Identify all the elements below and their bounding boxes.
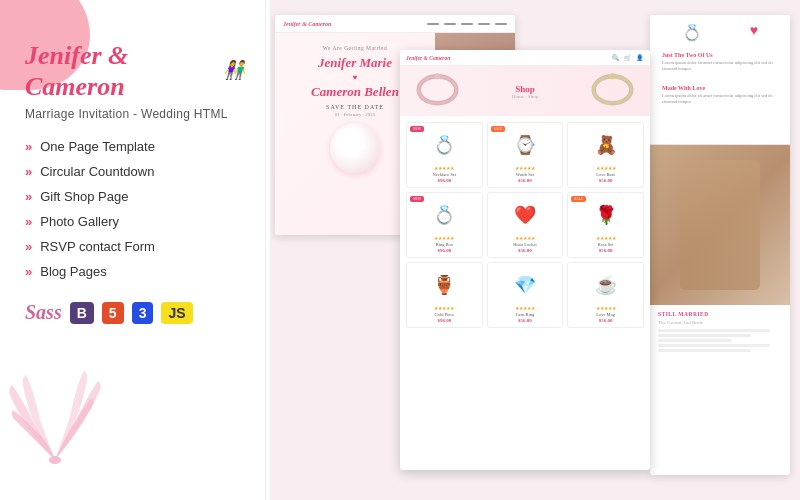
sc3-text-lines: [658, 329, 782, 352]
sass-badge: Sass: [25, 301, 62, 324]
product-price-8: $56.00: [492, 318, 559, 323]
product-stars: ★★★★★: [572, 165, 639, 171]
shop-title: Shop: [512, 84, 538, 94]
product-image-8: 💎: [492, 267, 559, 303]
badge-new: NEW: [410, 196, 424, 202]
sc1-nav-link: [427, 23, 439, 25]
sc3-couple-photo: [650, 145, 790, 305]
sc2-hero-text: Shop Home · Shop: [512, 84, 538, 99]
text-line: [658, 329, 770, 332]
product-name-1: Necklace Set: [411, 172, 478, 177]
panel-divider: [265, 0, 266, 500]
sc3-text-block-2: Made With Love Lorem ipsum dolor sit ame…: [658, 81, 782, 110]
cart-icon: 🛒: [624, 54, 632, 62]
product-stars: ★★★★★: [492, 235, 559, 241]
palm-leaf-decoration: [0, 330, 115, 480]
product-price-1: $96.00: [411, 178, 478, 183]
feature-item-4: » Photo Gallery: [25, 214, 245, 229]
product-price-2: $56.00: [492, 178, 559, 183]
product-price-3: $56.00: [572, 178, 639, 183]
product-name-7: Gold Piece: [411, 312, 478, 317]
product-stars: ★★★★★: [572, 235, 639, 241]
search-icon: 🔍: [612, 54, 620, 62]
sc3-section-title-2: Made With Love: [662, 85, 778, 91]
brand-name: Jenifer & Cameron: [25, 40, 217, 102]
ring-icon: 💍: [682, 23, 702, 42]
product-image-9: ☕: [572, 267, 639, 303]
brand-logo: Jenifer & Cameron 👫: [25, 40, 245, 102]
product-image-7: 🏺: [411, 267, 478, 303]
svg-point-2: [419, 76, 457, 103]
chevron-icon: »: [25, 164, 32, 179]
couple-figure: [680, 160, 760, 290]
feature-label: Circular Countdown: [40, 164, 154, 179]
couple-icon: 👫: [223, 60, 245, 82]
sc1-brand: Jenifer & Cameron: [283, 21, 331, 27]
feature-label: One Page Template: [40, 139, 155, 154]
brand-tagline: Marriage Invitation - Wedding HTML: [25, 107, 245, 121]
product-price-7: $96.00: [411, 318, 478, 323]
product-image-5: ❤️: [492, 197, 559, 233]
js-badge: JS: [161, 302, 192, 324]
product-item-1: NEW 💍 ★★★★★ Necklace Set $96.00: [406, 122, 483, 188]
sc1-nav-link: [495, 23, 507, 25]
badge-new: NEW: [410, 126, 424, 132]
svg-point-6: [610, 73, 616, 79]
bootstrap-badge: B: [70, 302, 94, 324]
sc3-groom-bride: The Groom And Bride: [658, 320, 782, 325]
product-item-6: SALE 🌹 ★★★★★ Rose Set $56.00: [567, 192, 644, 258]
product-stars: ★★★★★: [411, 235, 478, 241]
rose-decoration: [330, 123, 380, 173]
products-grid: NEW 💍 ★★★★★ Necklace Set $96.00 SALE ⌚ ★…: [400, 116, 650, 334]
sc1-nav-link: [444, 23, 456, 25]
product-price-5: $56.00: [492, 248, 559, 253]
sc3-bottom-section: STILL MARRIED The Groom And Bride: [650, 305, 790, 358]
product-price-6: $56.00: [572, 248, 639, 253]
html5-badge: 5: [102, 302, 124, 324]
sc3-section-title: Just The Two Of Us: [662, 52, 778, 58]
text-line: [658, 349, 751, 352]
sc3-photo-inner: [650, 145, 790, 305]
feature-label: Gift Shop Page: [40, 189, 128, 204]
sc3-text-block: Just The Two Of Us Lorem ipsum dolor sit…: [658, 48, 782, 77]
product-item-8: 💎 ★★★★★ Gem Ring $56.00: [487, 262, 564, 328]
feature-item-5: » RSVP contact Form: [25, 239, 245, 254]
product-price-9: $56.00: [572, 318, 639, 323]
product-item-7: 🏺 ★★★★★ Gold Piece $96.00: [406, 262, 483, 328]
product-name-8: Gem Ring: [492, 312, 559, 317]
feature-label: Photo Gallery: [40, 214, 119, 229]
product-image-6: 🌹: [572, 197, 639, 233]
feature-label: Blog Pages: [40, 264, 107, 279]
product-item-9: ☕ ★★★★★ Love Mug $56.00: [567, 262, 644, 328]
chevron-icon: »: [25, 189, 32, 204]
product-name-5: Heart Locket: [492, 242, 559, 247]
sc2-navbar: Jenifer & Cameron 🔍 🛒 👤: [400, 50, 650, 66]
product-stars: ★★★★★: [411, 165, 478, 171]
screenshot-shop: Jenifer & Cameron 🔍 🛒 👤: [400, 50, 650, 470]
product-name-2: Watch Set: [492, 172, 559, 177]
text-line: [658, 334, 751, 337]
right-panel: Jenifer & Cameron We Are Getting Married…: [265, 0, 800, 500]
product-image-2: ⌚: [492, 127, 559, 163]
sc1-nav-links: [427, 23, 507, 25]
sc2-hero: Shop Home · Shop: [400, 66, 650, 116]
heart-icon: ♥: [750, 23, 758, 42]
product-name-4: Ring Box: [411, 242, 478, 247]
sc3-ring-icons: 💍 ♥: [658, 23, 782, 42]
feature-item-3: » Gift Shop Page: [25, 189, 245, 204]
product-image-3: 🧸: [572, 127, 639, 163]
logo-area: Jenifer & Cameron 👫 Marriage Invitation …: [25, 40, 245, 121]
sc3-section-body-2: Lorem ipsum dolor sit amet consectetur a…: [662, 93, 778, 106]
product-item-2: SALE ⌚ ★★★★★ Watch Set $56.00: [487, 122, 564, 188]
product-stars: ★★★★★: [411, 305, 478, 311]
product-stars: ★★★★★: [492, 305, 559, 311]
svg-point-3: [435, 73, 441, 79]
sc3-bottom-title: STILL MARRIED: [658, 311, 782, 317]
ring-right-decoration: [590, 71, 635, 111]
product-item-3: 🧸 ★★★★★ Love Bear $56.00: [567, 122, 644, 188]
sc3-section-body: Lorem ipsum dolor sit amet consectetur a…: [662, 60, 778, 73]
product-item-5: ❤️ ★★★★★ Heart Locket $56.00: [487, 192, 564, 258]
text-line: [658, 344, 770, 347]
sc1-nav-link: [461, 23, 473, 25]
feature-item-2: » Circular Countdown: [25, 164, 245, 179]
